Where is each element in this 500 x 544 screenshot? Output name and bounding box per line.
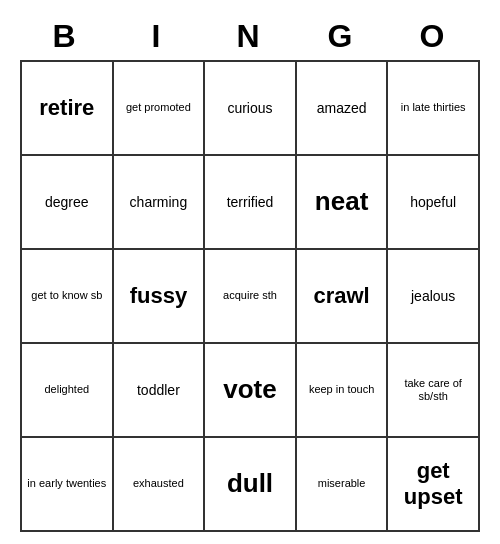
letter-i: I <box>112 18 204 55</box>
bingo-cell-19: take care of sb/sth <box>388 344 480 438</box>
bingo-cell-3: amazed <box>297 62 389 156</box>
bingo-cell-23: miserable <box>297 438 389 532</box>
bingo-header: B I N G O <box>20 12 480 60</box>
bingo-cell-14: jealous <box>388 250 480 344</box>
bingo-cell-1: get promoted <box>114 62 206 156</box>
bingo-cell-12: acquire sth <box>205 250 297 344</box>
bingo-cell-16: toddler <box>114 344 206 438</box>
bingo-cell-8: neat <box>297 156 389 250</box>
bingo-cell-9: hopeful <box>388 156 480 250</box>
bingo-cell-13: crawl <box>297 250 389 344</box>
bingo-cell-15: delighted <box>22 344 114 438</box>
letter-b: B <box>20 18 112 55</box>
bingo-cell-7: terrified <box>205 156 297 250</box>
bingo-cell-10: get to know sb <box>22 250 114 344</box>
letter-o: O <box>388 18 480 55</box>
letter-n: N <box>204 18 296 55</box>
bingo-cell-20: in early twenties <box>22 438 114 532</box>
bingo-cell-22: dull <box>205 438 297 532</box>
bingo-cell-18: keep in touch <box>297 344 389 438</box>
bingo-cell-4: in late thirties <box>388 62 480 156</box>
bingo-cell-2: curious <box>205 62 297 156</box>
bingo-cell-24: get upset <box>388 438 480 532</box>
bingo-card: B I N G O retireget promotedcuriousamaze… <box>20 12 480 532</box>
letter-g: G <box>296 18 388 55</box>
bingo-cell-5: degree <box>22 156 114 250</box>
bingo-cell-6: charming <box>114 156 206 250</box>
bingo-grid: retireget promotedcuriousamazedin late t… <box>20 60 480 532</box>
bingo-cell-17: vote <box>205 344 297 438</box>
bingo-cell-21: exhausted <box>114 438 206 532</box>
bingo-cell-11: fussy <box>114 250 206 344</box>
bingo-cell-0: retire <box>22 62 114 156</box>
